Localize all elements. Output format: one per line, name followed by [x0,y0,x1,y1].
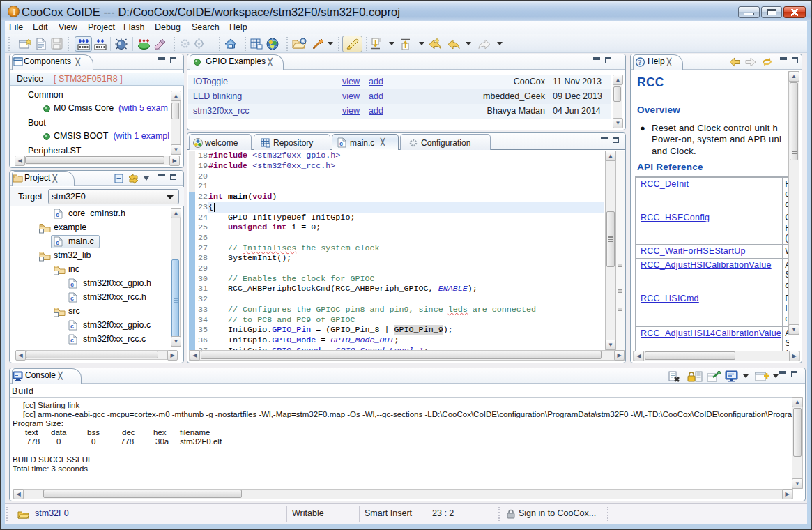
svg-text:c: c [56,239,59,246]
svg-text:c: c [70,295,74,302]
svg-text:c: c [339,140,343,147]
svg-text:c: c [56,211,59,218]
svg-text:c: c [70,323,74,330]
svg-text:c: c [70,281,74,288]
svg-text:?: ? [638,59,642,66]
svg-text:c: c [70,337,74,344]
